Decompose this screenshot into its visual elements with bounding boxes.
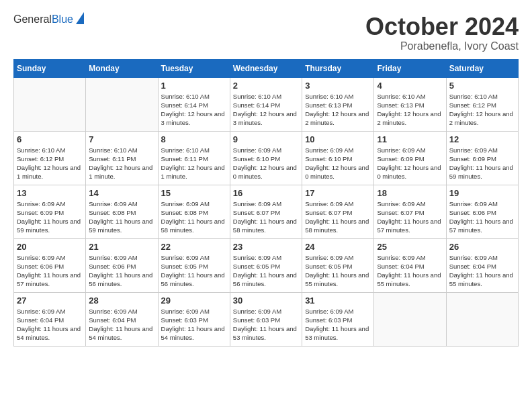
day-cell-16: 16Sunrise: 6:09 AM Sunset: 6:07 PM Dayli… (230, 185, 302, 238)
weekday-header-saturday: Saturday (446, 59, 518, 77)
day-number: 12 (449, 134, 515, 144)
weekday-header-sunday: Sunday (14, 59, 86, 77)
weekday-header-row: SundayMondayTuesdayWednesdayThursdayFrid… (14, 59, 519, 77)
day-info: Sunrise: 6:09 AM Sunset: 6:09 PM Dayligh… (449, 146, 515, 181)
day-number: 27 (17, 295, 83, 306)
day-cell-8: 8Sunrise: 6:10 AM Sunset: 6:11 PM Daylig… (158, 131, 230, 185)
day-info: Sunrise: 6:09 AM Sunset: 6:03 PM Dayligh… (161, 307, 227, 342)
day-cell-21: 21Sunrise: 6:09 AM Sunset: 6:06 PM Dayli… (86, 238, 158, 292)
day-number: 10 (305, 134, 371, 144)
day-number: 22 (161, 242, 227, 252)
logo-blue: Blue (52, 13, 73, 25)
day-number: 11 (377, 134, 443, 144)
day-info: Sunrise: 6:10 AM Sunset: 6:12 PM Dayligh… (17, 146, 83, 181)
day-cell-7: 7Sunrise: 6:10 AM Sunset: 6:11 PM Daylig… (86, 131, 158, 185)
day-cell-27: 27Sunrise: 6:09 AM Sunset: 6:04 PM Dayli… (14, 292, 86, 346)
day-info: Sunrise: 6:10 AM Sunset: 6:14 PM Dayligh… (161, 92, 227, 128)
calendar: SundayMondayTuesdayWednesdayThursdayFrid… (13, 59, 519, 347)
day-cell-14: 14Sunrise: 6:09 AM Sunset: 6:08 PM Dayli… (86, 185, 158, 238)
day-number: 31 (305, 295, 371, 306)
day-number: 8 (161, 134, 227, 144)
day-cell-20: 20Sunrise: 6:09 AM Sunset: 6:06 PM Dayli… (14, 238, 86, 292)
day-number: 16 (233, 188, 299, 198)
day-info: Sunrise: 6:09 AM Sunset: 6:03 PM Dayligh… (305, 307, 371, 342)
day-cell-2: 2Sunrise: 6:10 AM Sunset: 6:14 PM Daylig… (230, 77, 302, 131)
day-number: 4 (377, 81, 443, 91)
day-cell-12: 12Sunrise: 6:09 AM Sunset: 6:09 PM Dayli… (446, 131, 518, 185)
weekday-header-monday: Monday (86, 59, 158, 77)
title-section: October 2024 Porabenefla, Ivory Coast (365, 13, 519, 52)
day-number: 2 (233, 81, 299, 91)
day-number: 29 (161, 295, 227, 306)
day-cell-5: 5Sunrise: 6:10 AM Sunset: 6:12 PM Daylig… (446, 77, 518, 131)
day-info: Sunrise: 6:09 AM Sunset: 6:04 PM Dayligh… (17, 307, 83, 342)
day-number: 13 (17, 188, 83, 198)
day-cell-13: 13Sunrise: 6:09 AM Sunset: 6:09 PM Dayli… (14, 185, 86, 238)
day-number: 25 (377, 242, 443, 252)
day-info: Sunrise: 6:09 AM Sunset: 6:05 PM Dayligh… (233, 253, 299, 289)
day-info: Sunrise: 6:09 AM Sunset: 6:09 PM Dayligh… (17, 199, 83, 235)
day-number: 28 (89, 295, 154, 306)
day-info: Sunrise: 6:10 AM Sunset: 6:14 PM Dayligh… (233, 92, 299, 128)
logo: GeneralBlue (13, 13, 84, 26)
day-cell-11: 11Sunrise: 6:09 AM Sunset: 6:09 PM Dayli… (374, 131, 446, 185)
day-info: Sunrise: 6:09 AM Sunset: 6:10 PM Dayligh… (305, 146, 371, 181)
day-number: 7 (89, 134, 154, 144)
day-info: Sunrise: 6:09 AM Sunset: 6:04 PM Dayligh… (377, 253, 443, 289)
week-row-4: 20Sunrise: 6:09 AM Sunset: 6:06 PM Dayli… (14, 238, 519, 292)
day-info: Sunrise: 6:09 AM Sunset: 6:05 PM Dayligh… (305, 253, 371, 289)
week-row-5: 27Sunrise: 6:09 AM Sunset: 6:04 PM Dayli… (14, 292, 519, 346)
week-row-3: 13Sunrise: 6:09 AM Sunset: 6:09 PM Dayli… (14, 185, 519, 238)
day-cell-6: 6Sunrise: 6:10 AM Sunset: 6:12 PM Daylig… (14, 131, 86, 185)
day-cell-31: 31Sunrise: 6:09 AM Sunset: 6:03 PM Dayli… (302, 292, 374, 346)
day-number: 19 (449, 188, 515, 198)
day-info: Sunrise: 6:09 AM Sunset: 6:06 PM Dayligh… (89, 253, 154, 289)
day-cell-3: 3Sunrise: 6:10 AM Sunset: 6:13 PM Daylig… (302, 77, 374, 131)
day-cell-29: 29Sunrise: 6:09 AM Sunset: 6:03 PM Dayli… (158, 292, 230, 346)
month-title: October 2024 (365, 13, 519, 40)
empty-cell (14, 77, 86, 131)
day-info: Sunrise: 6:09 AM Sunset: 6:09 PM Dayligh… (377, 146, 443, 181)
day-cell-15: 15Sunrise: 6:09 AM Sunset: 6:08 PM Dayli… (158, 185, 230, 238)
empty-cell (374, 292, 446, 346)
week-row-2: 6Sunrise: 6:10 AM Sunset: 6:12 PM Daylig… (14, 131, 519, 185)
day-cell-23: 23Sunrise: 6:09 AM Sunset: 6:05 PM Dayli… (230, 238, 302, 292)
day-info: Sunrise: 6:09 AM Sunset: 6:08 PM Dayligh… (89, 199, 154, 235)
day-cell-26: 26Sunrise: 6:09 AM Sunset: 6:04 PM Dayli… (446, 238, 518, 292)
day-cell-19: 19Sunrise: 6:09 AM Sunset: 6:06 PM Dayli… (446, 185, 518, 238)
day-info: Sunrise: 6:10 AM Sunset: 6:13 PM Dayligh… (377, 92, 443, 128)
weekday-header-thursday: Thursday (302, 59, 374, 77)
day-info: Sunrise: 6:10 AM Sunset: 6:13 PM Dayligh… (305, 92, 371, 128)
day-number: 3 (305, 81, 371, 91)
day-cell-18: 18Sunrise: 6:09 AM Sunset: 6:07 PM Dayli… (374, 185, 446, 238)
day-number: 1 (161, 81, 227, 91)
day-info: Sunrise: 6:09 AM Sunset: 6:08 PM Dayligh… (161, 199, 227, 235)
day-info: Sunrise: 6:10 AM Sunset: 6:12 PM Dayligh… (449, 92, 515, 128)
day-info: Sunrise: 6:09 AM Sunset: 6:10 PM Dayligh… (233, 146, 299, 181)
day-info: Sunrise: 6:10 AM Sunset: 6:11 PM Dayligh… (89, 146, 154, 181)
day-cell-24: 24Sunrise: 6:09 AM Sunset: 6:05 PM Dayli… (302, 238, 374, 292)
day-info: Sunrise: 6:09 AM Sunset: 6:07 PM Dayligh… (377, 199, 443, 235)
day-number: 24 (305, 242, 371, 252)
day-info: Sunrise: 6:09 AM Sunset: 6:03 PM Dayligh… (233, 307, 299, 342)
day-cell-25: 25Sunrise: 6:09 AM Sunset: 6:04 PM Dayli… (374, 238, 446, 292)
page-header: GeneralBlue October 2024 Porabenefla, Iv… (13, 13, 519, 52)
day-cell-30: 30Sunrise: 6:09 AM Sunset: 6:03 PM Dayli… (230, 292, 302, 346)
day-cell-28: 28Sunrise: 6:09 AM Sunset: 6:04 PM Dayli… (86, 292, 158, 346)
day-number: 26 (449, 242, 515, 252)
week-row-1: 1Sunrise: 6:10 AM Sunset: 6:14 PM Daylig… (14, 77, 519, 131)
day-number: 9 (233, 134, 299, 144)
logo-icon (76, 12, 84, 24)
day-info: Sunrise: 6:09 AM Sunset: 6:04 PM Dayligh… (449, 253, 515, 289)
day-info: Sunrise: 6:09 AM Sunset: 6:04 PM Dayligh… (89, 307, 154, 342)
weekday-header-wednesday: Wednesday (230, 59, 302, 77)
day-cell-4: 4Sunrise: 6:10 AM Sunset: 6:13 PM Daylig… (374, 77, 446, 131)
day-info: Sunrise: 6:09 AM Sunset: 6:06 PM Dayligh… (17, 253, 83, 289)
day-info: Sunrise: 6:09 AM Sunset: 6:07 PM Dayligh… (305, 199, 371, 235)
day-cell-17: 17Sunrise: 6:09 AM Sunset: 6:07 PM Dayli… (302, 185, 374, 238)
day-number: 30 (233, 295, 299, 306)
day-info: Sunrise: 6:09 AM Sunset: 6:07 PM Dayligh… (233, 199, 299, 235)
day-cell-10: 10Sunrise: 6:09 AM Sunset: 6:10 PM Dayli… (302, 131, 374, 185)
day-cell-22: 22Sunrise: 6:09 AM Sunset: 6:05 PM Dayli… (158, 238, 230, 292)
day-number: 20 (17, 242, 83, 252)
